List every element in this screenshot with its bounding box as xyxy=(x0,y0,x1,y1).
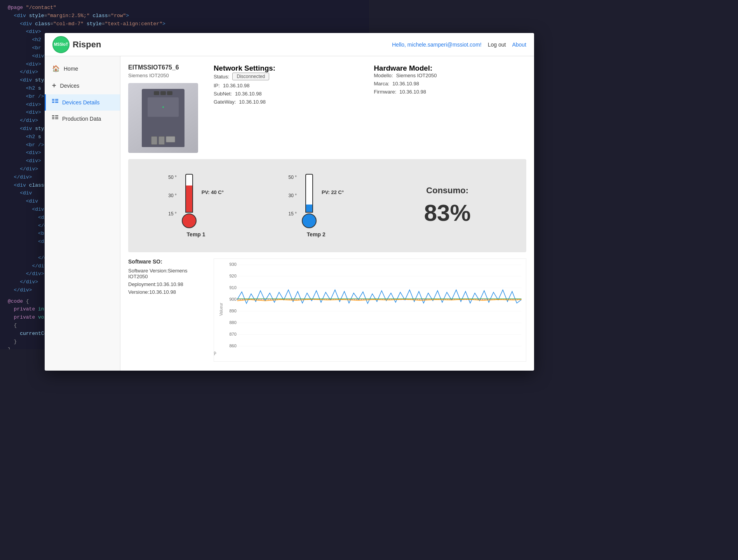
device-id: EITMSSIOT675_6 xyxy=(128,64,206,71)
therm1-pv: PV: 40 C° xyxy=(202,174,224,195)
hardware-marca-label: Marca: xyxy=(374,81,390,87)
svg-rect-1 xyxy=(52,101,54,101)
software-deployment-row: Deployment:10.36.10.98 xyxy=(128,281,206,287)
hardware-marca-row: Marca: 10.36.10.98 xyxy=(374,81,527,87)
devices-details-icon xyxy=(52,99,58,106)
software-versione-label: Versione: xyxy=(128,289,149,295)
network-subnet-row: SubNet: 10.36.10.98 xyxy=(214,91,366,97)
software-title: Software SO: xyxy=(128,258,206,265)
therm1-scale: 50 ° 30 ° 15 ° xyxy=(168,174,176,217)
therm1-label: Temp 1 xyxy=(187,231,205,238)
sidebar-item-production-data[interactable]: Production Data xyxy=(45,111,120,127)
svg-rect-4 xyxy=(55,101,58,101)
svg-rect-5 xyxy=(55,102,58,103)
therm1-body xyxy=(181,174,197,228)
svg-rect-2 xyxy=(52,102,54,103)
therm1-scale-15: 15 ° xyxy=(168,211,176,217)
software-versione-row: Versione:10.36.10.98 xyxy=(128,289,206,295)
gauges-area: 50 ° 30 ° 15 ° xyxy=(128,159,526,252)
svg-text:910: 910 xyxy=(230,285,237,290)
device-shape xyxy=(142,89,184,147)
bottom-section: Software SO: Software Version:Siemens IO… xyxy=(128,258,526,362)
device-connectors xyxy=(151,136,175,145)
device-ports-top xyxy=(154,91,172,95)
svg-rect-0 xyxy=(52,99,54,100)
therm2-bulb xyxy=(302,213,317,228)
svg-text:870: 870 xyxy=(230,332,237,336)
svg-rect-8 xyxy=(52,118,54,119)
sidebar-item-devices-details[interactable]: Devices Details xyxy=(45,94,120,111)
therm1-bulb xyxy=(182,213,197,228)
svg-rect-11 xyxy=(55,118,58,119)
app-body: 🏠 Home + Devices Devi xyxy=(45,56,534,371)
network-subnet-value: 10.36.10.98 xyxy=(235,91,262,97)
svg-text:900: 900 xyxy=(230,297,237,302)
logo-area: MSSIoT Rispen xyxy=(52,36,101,53)
therm1-scale-30: 30 ° xyxy=(168,193,176,198)
hardware-title: Hardware Model: xyxy=(374,64,527,73)
app-title: Rispen xyxy=(73,40,101,50)
svg-rect-3 xyxy=(55,99,58,100)
home-icon: 🏠 xyxy=(52,65,60,72)
logout-link[interactable]: Log out xyxy=(488,42,506,48)
svg-rect-6 xyxy=(52,115,54,116)
svg-rect-9 xyxy=(55,115,58,116)
device-body-panel xyxy=(148,97,179,117)
therm2-label: Temp 2 xyxy=(307,231,325,238)
software-deployment-label: Deployment: xyxy=(128,281,157,287)
network-gateway-value: 10.36.10.98 xyxy=(239,99,266,105)
sidebar-item-home[interactable]: 🏠 Home xyxy=(45,60,120,77)
network-gateway-label: GateWay: xyxy=(214,99,236,105)
status-badge: Disconnected xyxy=(232,73,269,80)
hardware-marca-value: 10.36.10.98 xyxy=(392,81,419,87)
software-version-label: Software Version: xyxy=(128,268,168,274)
svg-text:880: 880 xyxy=(230,320,237,325)
about-link[interactable]: About xyxy=(512,42,526,48)
hardware-modello-label: Modello: xyxy=(374,73,393,78)
logo-icon: MSSIoT xyxy=(52,36,70,53)
svg-rect-7 xyxy=(52,117,54,118)
chart-area: 930 920 910 900 890 880 870 860 Valueur xyxy=(214,258,526,362)
header: MSSIoT Rispen Hello, michele.samperi@mss… xyxy=(45,33,534,56)
therm2-top: 50 ° 30 ° 15 ° PV: 22 C° xyxy=(288,174,344,228)
thermometer-2: 50 ° 30 ° 15 ° PV: 22 C° xyxy=(288,174,344,238)
therm2-body xyxy=(301,174,317,228)
network-ip-value: 10.36.10.98 xyxy=(223,83,250,88)
sidebar-devices-details-label: Devices Details xyxy=(62,99,99,106)
sidebar-production-label: Production Data xyxy=(62,116,101,122)
therm2-scale-15: 15 ° xyxy=(288,211,296,217)
network-status-row: Status: Disconnected xyxy=(214,73,366,80)
network-subnet-label: SubNet: xyxy=(214,91,232,97)
device-model: Siemens IOT2050 xyxy=(128,73,206,78)
user-greeting: Hello, michele.samperi@mssiot.com! xyxy=(392,42,482,48)
hardware-modello-value: Siemens IOT2050 xyxy=(396,73,437,78)
thermometer-1: 50 ° 30 ° 15 ° xyxy=(168,174,224,238)
device-image xyxy=(128,83,198,153)
svg-text:20/11/21 08:30: 20/11/21 08:30 xyxy=(214,351,217,360)
main-content: EITMSSIOT675_6 Siemens IOT2050 xyxy=(120,56,534,371)
svg-text:890: 890 xyxy=(230,309,237,313)
chart-svg: 930 920 910 900 890 880 870 860 Valueur xyxy=(214,259,526,360)
therm1-fill xyxy=(186,186,192,212)
therm2-scale-50: 50 ° xyxy=(288,175,296,180)
network-ip-row: IP: 10.36.10.98 xyxy=(214,83,366,88)
sidebar-item-devices[interactable]: + Devices xyxy=(45,77,120,94)
svg-text:930: 930 xyxy=(230,262,237,267)
sidebar-devices-label: Devices xyxy=(60,83,80,89)
hardware-firmware-row: Firmware: 10.36.10.98 xyxy=(374,89,527,95)
hardware-firmware-label: Firmware: xyxy=(374,89,397,95)
hardware-firmware-value: 10.36.10.98 xyxy=(399,89,426,95)
software-deployment-value: 10.36.10.98 xyxy=(157,281,183,287)
network-section: Network Settings: Status: Disconnected I… xyxy=(214,64,366,153)
therm2-scale: 50 ° 30 ° 15 ° xyxy=(288,174,296,217)
therm2-fill xyxy=(306,205,312,212)
network-title: Network Settings: xyxy=(214,64,366,73)
network-ip-label: IP: xyxy=(214,83,220,88)
svg-rect-10 xyxy=(55,117,58,118)
production-data-icon xyxy=(52,115,58,122)
therm1-scale-50: 50 ° xyxy=(168,175,176,180)
consumo-section: Consumo: 83% xyxy=(409,186,486,226)
software-versione-value: 10.36.10.98 xyxy=(149,289,176,295)
hardware-modello-row: Modello: Siemens IOT2050 xyxy=(374,73,527,78)
network-status-label: Status: xyxy=(214,74,229,80)
